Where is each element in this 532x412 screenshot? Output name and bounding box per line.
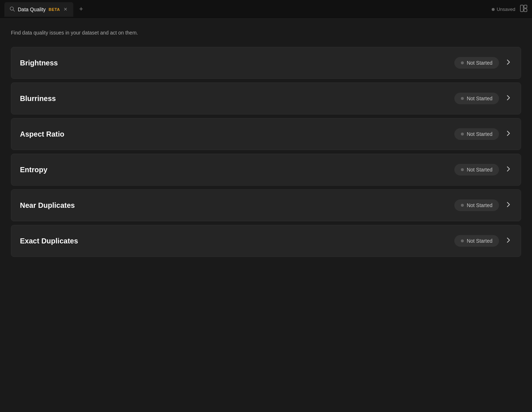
- status-dot-entropy: [461, 168, 464, 171]
- check-right-brightness: Not Started: [454, 57, 512, 69]
- arrow-icon-brightness: [505, 58, 512, 68]
- status-badge-aspect-ratio: Not Started: [454, 128, 499, 140]
- tab-title: Data Quality: [18, 7, 46, 12]
- arrow-icon-entropy: [505, 165, 512, 174]
- check-right-aspect-ratio: Not Started: [454, 128, 512, 140]
- new-tab-button[interactable]: +: [76, 4, 86, 15]
- checks-list: Brightness Not Started Blurriness Not St…: [11, 47, 521, 257]
- check-name-entropy: Entropy: [20, 166, 48, 174]
- status-dot-brightness: [461, 61, 464, 64]
- svg-line-1: [13, 10, 15, 11]
- page-description: Find data quality issues in your dataset…: [11, 29, 521, 37]
- status-badge-exact-duplicates: Not Started: [454, 235, 499, 247]
- search-icon: [9, 6, 15, 13]
- tab-close-button[interactable]: ✕: [63, 6, 68, 13]
- check-name-aspect-ratio: Aspect Ratio: [20, 130, 64, 138]
- main-content: Find data quality issues in your dataset…: [0, 19, 532, 267]
- status-dot-aspect-ratio: [461, 133, 464, 136]
- unsaved-dot: [492, 8, 495, 11]
- status-dot-near-duplicates: [461, 204, 464, 207]
- arrow-icon-near-duplicates: [505, 201, 512, 210]
- tab-beta-label: BETA: [49, 7, 60, 12]
- check-name-blurriness: Blurriness: [20, 94, 56, 103]
- svg-rect-3: [524, 5, 527, 8]
- arrow-icon-blurriness: [505, 94, 512, 103]
- status-text-exact-duplicates: Not Started: [467, 238, 492, 244]
- status-badge-blurriness: Not Started: [454, 93, 499, 104]
- status-text-aspect-ratio: Not Started: [467, 131, 492, 137]
- status-badge-near-duplicates: Not Started: [454, 199, 499, 211]
- check-item-entropy[interactable]: Entropy Not Started: [11, 154, 521, 186]
- layout-toggle-icon[interactable]: [520, 4, 528, 14]
- status-text-blurriness: Not Started: [467, 96, 492, 101]
- status-dot-blurriness: [461, 97, 464, 100]
- unsaved-label: Unsaved: [497, 7, 515, 12]
- check-right-blurriness: Not Started: [454, 93, 512, 104]
- data-quality-tab[interactable]: Data Quality BETA ✕: [4, 2, 73, 17]
- check-name-exact-duplicates: Exact Duplicates: [20, 237, 78, 245]
- tab-bar: Data Quality BETA ✕ + Unsaved: [0, 0, 532, 19]
- unsaved-indicator: Unsaved: [492, 7, 515, 12]
- arrow-icon-exact-duplicates: [505, 237, 512, 246]
- check-right-entropy: Not Started: [454, 164, 512, 175]
- tab-bar-right: Unsaved: [492, 4, 528, 14]
- check-item-blurriness[interactable]: Blurriness Not Started: [11, 82, 521, 114]
- svg-rect-2: [520, 5, 523, 12]
- check-item-exact-duplicates[interactable]: Exact Duplicates Not Started: [11, 225, 521, 257]
- status-dot-exact-duplicates: [461, 239, 464, 242]
- status-text-brightness: Not Started: [467, 60, 492, 66]
- status-text-near-duplicates: Not Started: [467, 202, 492, 208]
- check-right-exact-duplicates: Not Started: [454, 235, 512, 247]
- check-name-brightness: Brightness: [20, 59, 58, 67]
- status-text-entropy: Not Started: [467, 167, 492, 173]
- arrow-icon-aspect-ratio: [505, 130, 512, 139]
- check-name-near-duplicates: Near Duplicates: [20, 201, 75, 210]
- status-badge-brightness: Not Started: [454, 57, 499, 69]
- check-item-aspect-ratio[interactable]: Aspect Ratio Not Started: [11, 118, 521, 150]
- check-item-near-duplicates[interactable]: Near Duplicates Not Started: [11, 189, 521, 221]
- status-badge-entropy: Not Started: [454, 164, 499, 175]
- svg-rect-4: [524, 9, 527, 12]
- check-item-brightness[interactable]: Brightness Not Started: [11, 47, 521, 79]
- tab-bar-left: Data Quality BETA ✕ +: [4, 2, 86, 17]
- check-right-near-duplicates: Not Started: [454, 199, 512, 211]
